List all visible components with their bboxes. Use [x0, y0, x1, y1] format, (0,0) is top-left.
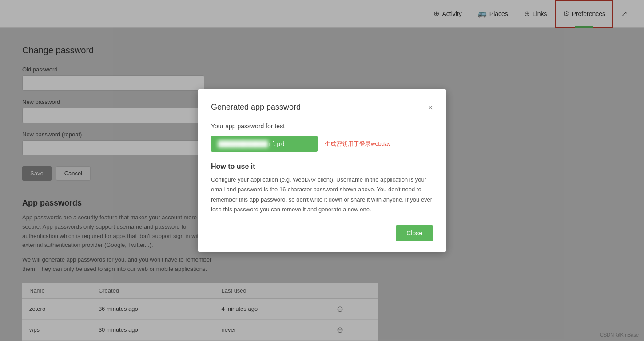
how-to-desc: Configure your application (e.g. WebDAV … — [211, 175, 433, 214]
close-button[interactable]: Close — [396, 225, 433, 241]
modal-subtitle: Your app password for test — [211, 123, 433, 130]
modal-overlay: Generated app password × Your app passwo… — [0, 0, 644, 341]
modal-header: Generated app password × — [211, 103, 433, 112]
modal-footer: Close — [211, 225, 433, 241]
modal-close-button[interactable]: × — [428, 103, 433, 112]
annotation-text: 生成密钥用于登录webdav — [325, 140, 391, 148]
password-blurred-part: ████████████ — [218, 140, 268, 147]
password-box: ████████████rlpd — [211, 136, 318, 152]
modal-title: Generated app password — [211, 103, 301, 112]
password-display-row: ████████████rlpd 生成密钥用于登录webdav — [211, 136, 433, 152]
modal: Generated app password × Your app passwo… — [198, 89, 446, 251]
how-to-title: How to use it — [211, 163, 433, 170]
